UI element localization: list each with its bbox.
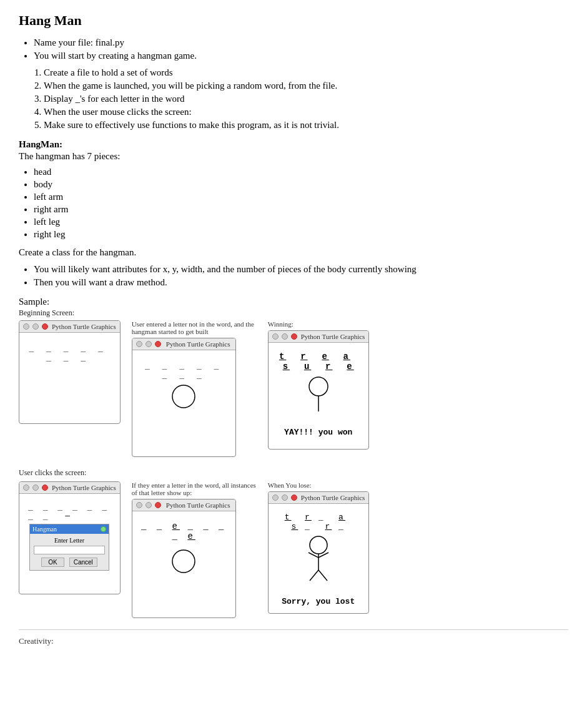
btn-resize-1[interactable] — [32, 323, 39, 330]
window-letter-not-in: Python Turtle Graphics _ _ _ _ _ _ _ _ — [132, 338, 236, 457]
svg-point-4 — [310, 536, 327, 554]
btn-close-3[interactable] — [155, 341, 161, 347]
attr-list: You will likely want attributes for x, y… — [19, 264, 568, 288]
svg-point-3 — [172, 550, 195, 573]
btn-minimize-6[interactable] — [272, 494, 279, 501]
titlebar-5: Python Turtle Graphics — [269, 331, 369, 343]
screenshot-losing: When You lose: Python Turtle Graphics t … — [268, 481, 370, 614]
piece-left-leg: left leg — [34, 217, 568, 227]
piece-head: head — [34, 167, 568, 177]
window-body-6: t r _ a s _ r _ Sorry, you lost — [269, 504, 368, 613]
lose-word-display: t r _ a s _ r _ — [275, 513, 362, 531]
window-title-1: Python Turtle Graphics — [52, 323, 116, 330]
titlebar-1: Python Turtle Graphics — [19, 321, 120, 333]
lose-t: t — [285, 513, 292, 522]
step-1: Create a file to hold a set of words — [44, 67, 568, 78]
caption-letter-in: If they enter a letter in the word, all … — [132, 481, 257, 496]
piece-right-arm: right arm — [34, 204, 568, 215]
row2-labels: User clicks the screen: — [19, 468, 568, 480]
btn-close-4[interactable] — [155, 502, 161, 508]
titlebar-btns-6 — [272, 494, 297, 501]
window-user-clicks: Python Turtle Graphics _ _ _ _ _ _ _ _ —… — [19, 481, 121, 594]
titlebar-btns-1 — [23, 323, 48, 330]
window-losing: Python Turtle Graphics t r _ a s _ r _ — [268, 491, 370, 614]
win-e: e — [322, 352, 328, 362]
dialog-input-field[interactable] — [34, 546, 105, 554]
bullet-start: You will start by creating a hangman gam… — [34, 51, 568, 61]
dialog-content: Enter Letter OK Cancel — [30, 534, 109, 570]
bullet-filename: Name your file: final.py — [34, 37, 568, 48]
piece-list: head body left arm right arm left leg ri… — [19, 167, 568, 240]
sorry-text: Sorry, you lost — [274, 597, 363, 606]
win-t: t — [279, 352, 286, 362]
window-winning: Python Turtle Graphics t r e a s u r e — [268, 330, 370, 450]
dialog-titlebar: Hangman — [30, 524, 109, 534]
lose-r2: r — [325, 522, 332, 531]
titlebar-6: Python Turtle Graphics — [269, 492, 369, 504]
btn-resize-5[interactable] — [282, 333, 288, 340]
hangman-figure-4 — [152, 544, 215, 600]
dialog-box[interactable]: Hangman Enter Letter OK Cancel — [29, 524, 109, 571]
screenshot-letter-in: If they enter a letter in the word, all … — [132, 481, 257, 618]
window-title-3: Python Turtle Graphics — [165, 340, 232, 348]
titlebar-3: Python Turtle Graphics — [132, 338, 235, 350]
piece-right-leg: right leg — [34, 229, 568, 240]
win-r: r — [300, 352, 307, 362]
dialog-dot — [101, 526, 106, 532]
creativity-label: Creativity: — [19, 636, 568, 646]
dialog-cancel-button[interactable]: Cancel — [69, 558, 97, 567]
beginning-screen-label: Beginning Screen: — [19, 308, 568, 318]
hangman-figure-6 — [287, 534, 350, 593]
win-a: a — [343, 352, 350, 362]
win-u: u — [304, 362, 311, 371]
step-5: Make sure to effectively use functions t… — [44, 120, 568, 130]
section-divider — [19, 629, 568, 630]
titlebar-2: Python Turtle Graphics — [19, 482, 120, 494]
screenshots-row-2: Python Turtle Graphics _ _ _ _ _ _ _ _ —… — [19, 481, 568, 618]
screenshot-beginning: Python Turtle Graphics _ _ _ _ _ _ _ _ — [19, 320, 121, 424]
window-title-2: Python Turtle Graphics — [52, 484, 116, 491]
svg-line-9 — [318, 570, 327, 581]
hangman-label: HangMan: — [19, 139, 568, 150]
btn-resize-2[interactable] — [32, 485, 39, 491]
win-word-display: t r e a s u r e — [275, 352, 362, 371]
dialog-field-label: Enter Letter — [34, 537, 105, 544]
dialog-buttons-row: OK Cancel — [34, 558, 105, 567]
btn-minimize-5[interactable] — [272, 333, 279, 340]
btn-close-5[interactable] — [291, 333, 297, 340]
step-4: When the user mouse clicks the screen: — [44, 107, 568, 117]
click-dashes: _ _ _ _ _ _ _ _ — — [28, 501, 111, 520]
step-2: When the game is launched, you will be p… — [44, 81, 568, 91]
win-e2: e — [347, 362, 353, 371]
window-body-5: t r e a s u r e YAY!!! you won — [269, 343, 368, 449]
hangman-figure-3 — [152, 379, 215, 435]
btn-minimize-2[interactable] — [23, 485, 29, 491]
btn-resize-6[interactable] — [282, 494, 288, 501]
attr-item-2: Then you will want a draw method. — [34, 277, 568, 288]
screenshot-winning: Winning: Python Turtle Graphics t r e a … — [268, 320, 370, 450]
screenshots-row-1: Python Turtle Graphics _ _ _ _ _ _ _ _ U… — [19, 320, 568, 457]
dialog-title: Hangman — [32, 526, 57, 533]
svg-point-0 — [172, 385, 195, 408]
hangman-desc: The hangman has 7 pieces: — [19, 151, 568, 162]
dialog-ok-button[interactable]: OK — [41, 558, 64, 567]
btn-resize-4[interactable] — [146, 502, 152, 508]
btn-resize-3[interactable] — [146, 341, 152, 347]
caption-losing: When You lose: — [268, 481, 312, 489]
window-letter-in: Python Turtle Graphics _ _ e _ _ _ _ e — [132, 499, 236, 618]
btn-minimize-4[interactable] — [136, 502, 142, 508]
screenshot-user-clicks: Python Turtle Graphics _ _ _ _ _ _ _ _ —… — [19, 481, 121, 594]
window-title-6: Python Turtle Graphics — [301, 494, 365, 501]
step-3: Display _'s for each letter in the word — [44, 94, 568, 104]
attr-item-1: You will likely want attributes for x, y… — [34, 264, 568, 275]
window-body-4: _ _ e _ _ _ _ e — [132, 511, 235, 617]
caption-letter-not-in: User entered a letter not in the word, a… — [132, 320, 257, 335]
btn-close-2[interactable] — [42, 485, 48, 491]
btn-minimize-1[interactable] — [23, 323, 29, 330]
sample-label: Sample: — [19, 297, 568, 307]
lose-a: a — [338, 513, 345, 522]
page-title: Hang Man — [19, 12, 568, 29]
btn-close-1[interactable] — [42, 323, 48, 330]
btn-minimize-3[interactable] — [136, 341, 142, 347]
btn-close-6[interactable] — [291, 494, 297, 501]
